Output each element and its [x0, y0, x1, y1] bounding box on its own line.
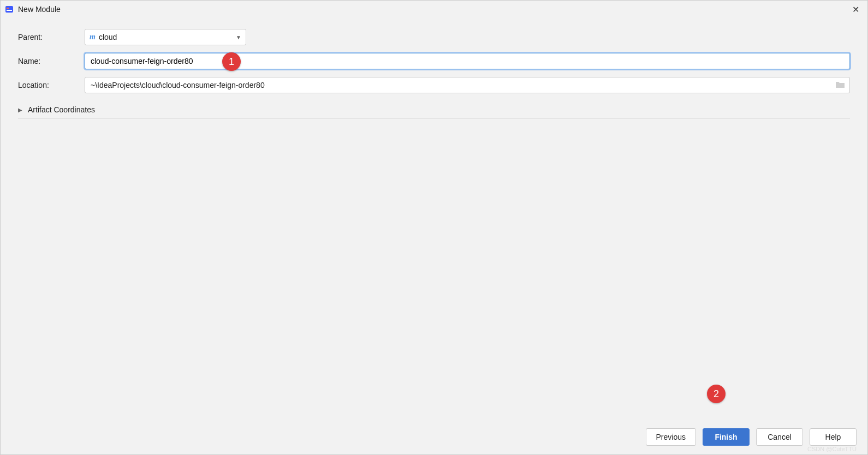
previous-button[interactable]: Previous: [646, 428, 696, 446]
content-area: Parent: m cloud ▼ Name: Location: ~\Idea…: [1, 18, 867, 119]
name-row: Name:: [18, 53, 850, 69]
titlebar: New Module ✕: [1, 1, 867, 18]
chevron-right-icon: ▶: [18, 107, 25, 113]
watermark: CSDN @CuteTTU: [807, 446, 857, 452]
name-input-wrapper: [85, 53, 850, 69]
folder-icon[interactable]: [835, 81, 845, 89]
name-input[interactable]: [85, 53, 850, 69]
parent-select-value-wrap: m cloud: [90, 33, 117, 41]
button-bar: Previous Finish Cancel Help: [646, 428, 857, 446]
cancel-button[interactable]: Cancel: [756, 428, 803, 446]
location-row: Location: ~\IdeaProjects\cloud\cloud-con…: [18, 77, 850, 93]
name-label: Name:: [18, 57, 85, 65]
parent-row: Parent: m cloud ▼: [18, 29, 850, 45]
help-button[interactable]: Help: [810, 428, 857, 446]
location-value: ~\IdeaProjects\cloud\cloud-consumer-feig…: [91, 81, 835, 89]
app-icon: [5, 5, 14, 14]
parent-select[interactable]: m cloud ▼: [85, 29, 246, 45]
artifact-label: Artifact Coordinates: [28, 105, 95, 114]
parent-value: cloud: [99, 33, 117, 41]
svg-rect-1: [7, 8, 9, 9]
svg-rect-0: [5, 6, 13, 13]
close-icon[interactable]: ✕: [849, 4, 862, 15]
chevron-down-icon: ▼: [236, 34, 241, 40]
annotation-callout-1: 1: [222, 52, 241, 71]
finish-button[interactable]: Finish: [703, 428, 750, 446]
annotation-callout-2: 2: [707, 385, 726, 403]
svg-rect-2: [7, 10, 12, 11]
window-title: New Module: [18, 5, 61, 14]
artifact-coordinates-toggle[interactable]: ▶ Artifact Coordinates: [18, 101, 850, 119]
maven-icon: m: [90, 33, 96, 41]
titlebar-left: New Module: [5, 5, 61, 14]
location-field[interactable]: ~\IdeaProjects\cloud\cloud-consumer-feig…: [85, 77, 850, 93]
parent-label: Parent:: [18, 33, 85, 41]
location-label: Location:: [18, 81, 85, 89]
